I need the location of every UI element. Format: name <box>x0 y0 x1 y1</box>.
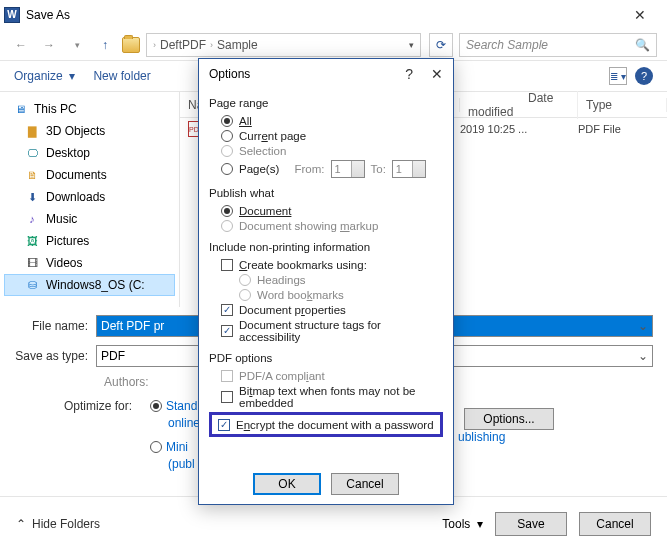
radio-icon <box>221 115 233 127</box>
pages-from-spinner[interactable]: 1 <box>331 160 365 178</box>
structure-tags-checkbox[interactable]: ✓Document structure tags for accessibili… <box>209 317 443 344</box>
checkbox-icon <box>221 259 233 271</box>
tree-drive-c[interactable]: ⛁Windows8_OS (C: <box>4 274 175 296</box>
optimize-trail-text: ublishing <box>458 430 505 444</box>
tree-3d-objects[interactable]: ▇3D Objects <box>4 120 175 142</box>
search-icon: 🔍 <box>635 38 650 52</box>
radio-icon <box>221 220 233 232</box>
section-publish: Publish what <box>209 187 443 199</box>
radio-icon <box>150 441 162 453</box>
chevron-right-icon: › <box>153 40 156 50</box>
pagerange-pages-radio[interactable]: Page(s) From: 1 To: 1 <box>209 158 443 179</box>
radio-icon <box>221 205 233 217</box>
checkbox-icon <box>221 370 233 382</box>
pictures-icon: 🖼 <box>24 233 40 249</box>
search-placeholder: Search Sample <box>466 38 548 52</box>
chevron-up-icon: ⌃ <box>16 517 26 531</box>
chevron-down-icon[interactable]: ▾ <box>409 40 414 50</box>
optimize-standard-extra: online <box>150 416 200 430</box>
optimize-standard-radio[interactable]: Stand <box>150 399 200 413</box>
saveastype-label: Save as type: <box>14 349 96 363</box>
folder-icon: ▇ <box>24 123 40 139</box>
radio-icon <box>221 163 233 175</box>
section-nonprinting: Include non-printing information <box>209 241 443 253</box>
dialog-title: Options <box>209 67 250 81</box>
tree-this-pc[interactable]: 🖥This PC <box>4 98 175 120</box>
radio-icon <box>221 145 233 157</box>
forward-button: → <box>38 34 60 56</box>
encrypt-highlight: ✓Encrypt the document with a password <box>209 412 443 437</box>
search-input[interactable]: Search Sample 🔍 <box>459 33 657 57</box>
dialog-footer: OK Cancel <box>199 464 453 504</box>
options-dialog: Options ? ✕ Page range All Current page … <box>198 58 454 505</box>
view-button[interactable]: ≣ ▾ <box>609 67 627 85</box>
tree-pictures[interactable]: 🖼Pictures <box>4 230 175 252</box>
desktop-icon: 🖵 <box>24 145 40 161</box>
pages-to-spinner[interactable]: 1 <box>392 160 426 178</box>
breadcrumb-segment[interactable]: Sample <box>217 38 258 52</box>
recent-dropdown-icon[interactable]: ▾ <box>66 34 88 56</box>
hide-folders-toggle[interactable]: ⌃ Hide Folders <box>16 517 100 531</box>
help-icon[interactable]: ? <box>635 67 653 85</box>
section-pdf-options: PDF options <box>209 352 443 364</box>
save-button[interactable]: Save <box>495 512 567 536</box>
radio-icon <box>221 130 233 142</box>
col-date[interactable]: Date modified <box>460 91 578 119</box>
back-button[interactable]: ← <box>10 34 32 56</box>
dialog-close-icon[interactable]: ✕ <box>431 66 443 82</box>
organize-button[interactable]: Organize ▾ <box>14 69 75 83</box>
radio-icon <box>150 400 162 412</box>
refresh-button[interactable]: ⟳ <box>429 33 453 57</box>
optimize-label: Optimize for: <box>64 399 140 413</box>
publish-markup-radio: Document showing markup <box>209 218 443 233</box>
checkbox-icon: ✓ <box>218 419 230 431</box>
tree-desktop[interactable]: 🖵Desktop <box>4 142 175 164</box>
radio-icon <box>239 274 251 286</box>
dialog-titlebar: Options ? ✕ <box>199 59 453 89</box>
tree-downloads[interactable]: ⬇Downloads <box>4 186 175 208</box>
close-icon[interactable]: ✕ <box>617 7 663 23</box>
encrypt-checkbox[interactable]: ✓Encrypt the document with a password <box>218 417 434 432</box>
nav-bar: ← → ▾ ↑ › DeftPDF › Sample ▾ ⟳ Search Sa… <box>0 30 667 60</box>
window-titlebar: W Save As ✕ <box>0 0 667 30</box>
publish-document-radio[interactable]: Document <box>209 203 443 218</box>
downloads-icon: ⬇ <box>24 189 40 205</box>
pagerange-all-radio[interactable]: All <box>209 113 443 128</box>
breadcrumb-segment[interactable]: DeftPDF <box>160 38 206 52</box>
dialog-help-icon[interactable]: ? <box>405 66 413 82</box>
tree-videos[interactable]: 🎞Videos <box>4 252 175 274</box>
tree-documents[interactable]: 🗎Documents <box>4 164 175 186</box>
pagerange-current-radio[interactable]: Current page <box>209 128 443 143</box>
bitmap-text-checkbox[interactable]: Bitmap text when fonts may not be embedd… <box>209 383 443 410</box>
dialog-ok-button[interactable]: OK <box>253 473 321 495</box>
col-type[interactable]: Type <box>578 98 667 112</box>
up-button[interactable]: ↑ <box>94 34 116 56</box>
folder-icon <box>122 37 140 53</box>
optimize-minimum-extra: (publ <box>150 457 200 471</box>
dialog-cancel-button[interactable]: Cancel <box>331 473 399 495</box>
optimize-standard-label: Stand <box>166 399 197 413</box>
folder-tree: 🖥This PC ▇3D Objects 🖵Desktop 🗎Documents… <box>0 92 180 307</box>
breadcrumb[interactable]: › DeftPDF › Sample ▾ <box>146 33 421 57</box>
checkbox-icon: ✓ <box>221 304 233 316</box>
drive-icon: ⛁ <box>24 277 40 293</box>
pdfa-checkbox: PDF/A compliant <box>209 368 443 383</box>
optimize-minimum-label: Mini <box>166 440 188 454</box>
checkbox-icon <box>221 391 233 403</box>
bookmarks-headings-radio: Headings <box>209 272 443 287</box>
create-bookmarks-checkbox[interactable]: Create bookmarks using: <box>209 257 443 272</box>
tree-music[interactable]: ♪Music <box>4 208 175 230</box>
options-button[interactable]: Options... <box>464 408 554 430</box>
pagerange-selection-radio: Selection <box>209 143 443 158</box>
word-app-icon: W <box>4 7 20 23</box>
doc-properties-checkbox[interactable]: ✓Document properties <box>209 302 443 317</box>
window-title: Save As <box>26 8 70 22</box>
tools-menu[interactable]: Tools ▾ <box>442 517 483 531</box>
new-folder-button[interactable]: New folder <box>93 69 150 83</box>
chevron-right-icon: › <box>210 40 213 50</box>
filename-label: File name: <box>14 319 96 333</box>
checkbox-icon: ✓ <box>221 325 233 337</box>
optimize-minimum-radio[interactable]: Mini <box>150 440 200 454</box>
cancel-button[interactable]: Cancel <box>579 512 651 536</box>
videos-icon: 🎞 <box>24 255 40 271</box>
